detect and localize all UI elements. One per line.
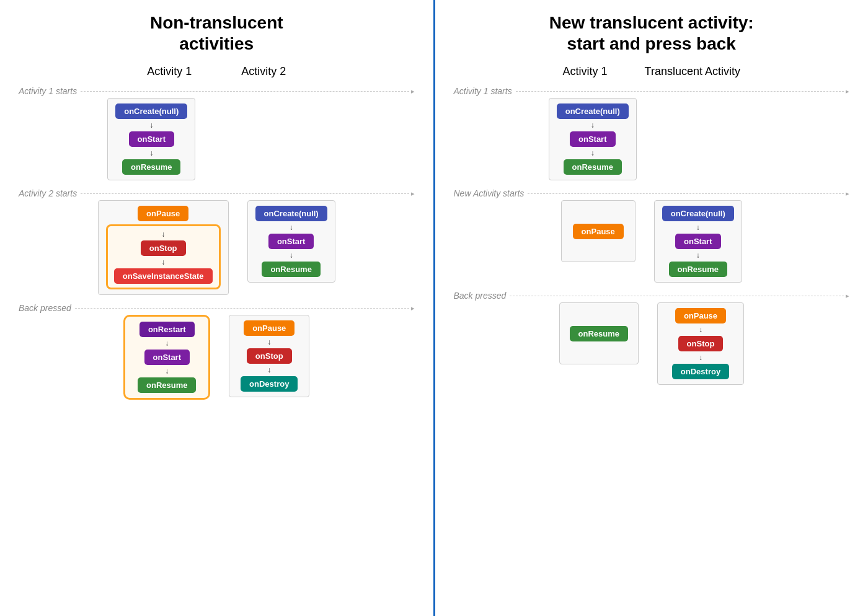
left-col2-label: Activity 2: [241, 65, 286, 78]
right-phase3-label: Back pressed: [454, 291, 507, 301]
left-p2-act1-onSave: onSaveInstanceState: [114, 268, 213, 284]
left-p2-act2-box: onCreate(null) ↓ onStart ↓ onResume: [247, 200, 335, 283]
right-p3-act2-onDestroy: onDestroy: [672, 364, 729, 379]
right-p3-act2-onPause: onPause: [675, 308, 726, 323]
left-p3-act2-onDestroy: onDestroy: [241, 376, 298, 392]
left-p1-onStart: onStart: [129, 131, 175, 147]
right-phase2-label: New Activity starts: [454, 188, 525, 198]
right-p3-act2-box: onPause ↓ onStop ↓ onDestroy: [657, 302, 744, 385]
left-col1-label: Activity 1: [147, 65, 192, 78]
left-p3-act2-box: onPause ↓ onStop ↓ onDestroy: [229, 315, 309, 397]
left-p3-act2-onPause: onPause: [244, 320, 294, 336]
left-phase2-label: Activity 2 starts: [19, 188, 77, 198]
left-p3-act1-onRestart: onRestart: [140, 322, 195, 337]
left-p3-act1-onResume: onResume: [138, 377, 196, 393]
right-p2-act2-box: onCreate(null) ↓ onStart ↓ onResume: [654, 200, 742, 283]
right-panel: New translucent activity:start and press…: [435, 0, 869, 616]
right-col1-label: Activity 1: [563, 65, 608, 78]
left-p3-act2-onStop: onStop: [247, 348, 292, 364]
right-p1-onStart: onStart: [570, 131, 616, 147]
left-p1-onCreate: onCreate(null): [115, 103, 187, 119]
right-p3-act2-onStop: onStop: [678, 336, 724, 351]
right-col2-label: Translucent Activity: [645, 65, 740, 78]
right-p2-act2-onCreate: onCreate(null): [662, 206, 734, 221]
right-p3-act1-onResume: onResume: [570, 326, 628, 341]
left-title: Non-translucentactivities: [150, 12, 283, 54]
right-p2-act1-onPause: onPause: [573, 224, 624, 239]
left-p2-act2-onCreate: onCreate(null): [255, 206, 327, 221]
right-p1-onResume: onResume: [564, 159, 622, 175]
left-p2-act1-onStop: onStop: [141, 240, 186, 256]
right-p2-act2-onStart: onStart: [675, 234, 721, 249]
right-p2-act2-onResume: onResume: [669, 262, 727, 277]
left-p2-act2-onStart: onStart: [268, 234, 314, 249]
left-p3-act1-onStart: onStart: [144, 350, 190, 365]
left-p1-onResume: onResume: [122, 159, 180, 175]
right-phase1-label: Activity 1 starts: [454, 86, 512, 96]
right-title: New translucent activity:start and press…: [549, 12, 754, 54]
right-p1-act1-box: onCreate(null) ↓ onStart ↓ onResume: [549, 98, 637, 180]
left-p2-act2-onResume: onResume: [262, 262, 320, 277]
left-panel: Non-translucentactivities Activity 1 Act…: [0, 0, 433, 616]
left-p2-act1-onPause: onPause: [138, 206, 188, 221]
right-p1-onCreate: onCreate(null): [557, 103, 629, 119]
left-phase1-label: Activity 1 starts: [19, 86, 77, 96]
left-p1-act1-box: onCreate(null) ↓ onStart ↓ onResume: [107, 98, 195, 180]
left-phase3-label: Back pressed: [19, 303, 71, 313]
